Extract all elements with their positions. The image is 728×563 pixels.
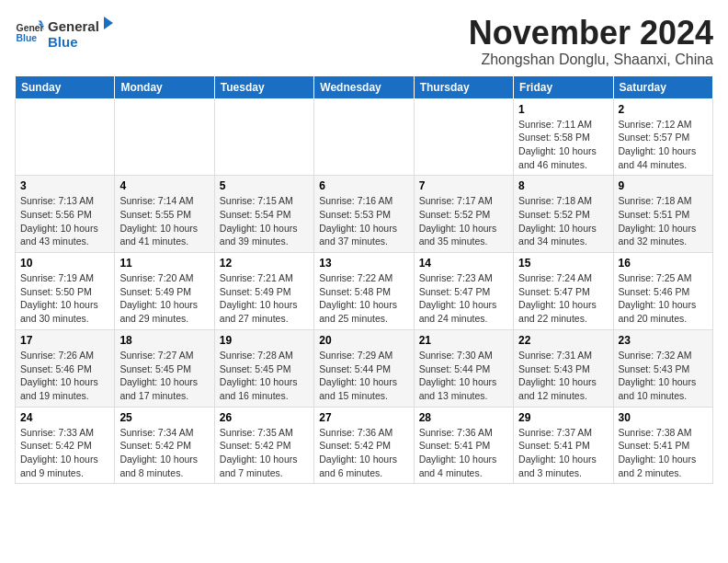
day-info: Sunrise: 7:36 AM Sunset: 5:41 PM Dayligh… xyxy=(419,426,508,480)
weekday-header-tuesday: Tuesday xyxy=(214,75,313,98)
logo: General Blue General Blue xyxy=(15,15,118,50)
calendar-cell: 10Sunrise: 7:19 AM Sunset: 5:50 PM Dayli… xyxy=(16,253,115,330)
calendar-table: SundayMondayTuesdayWednesdayThursdayFrid… xyxy=(15,75,713,485)
day-number: 18 xyxy=(119,334,209,347)
calendar-cell xyxy=(314,98,414,176)
calendar-cell: 13Sunrise: 7:22 AM Sunset: 5:48 PM Dayli… xyxy=(314,253,414,330)
day-number: 8 xyxy=(518,179,608,192)
day-number: 7 xyxy=(419,179,508,192)
weekday-header-saturday: Saturday xyxy=(613,75,712,98)
calendar-cell: 9Sunrise: 7:18 AM Sunset: 5:51 PM Daylig… xyxy=(613,176,712,253)
calendar-cell xyxy=(16,98,115,176)
calendar-cell: 12Sunrise: 7:21 AM Sunset: 5:49 PM Dayli… xyxy=(214,253,313,330)
calendar-week-1: 1Sunrise: 7:11 AM Sunset: 5:58 PM Daylig… xyxy=(16,98,713,176)
day-number: 17 xyxy=(20,334,109,347)
day-info: Sunrise: 7:15 AM Sunset: 5:54 PM Dayligh… xyxy=(220,194,309,248)
logo-icon: General Blue xyxy=(15,19,44,45)
calendar-cell: 22Sunrise: 7:31 AM Sunset: 5:43 PM Dayli… xyxy=(514,329,613,407)
day-info: Sunrise: 7:37 AM Sunset: 5:41 PM Dayligh… xyxy=(518,426,608,480)
day-number: 14 xyxy=(419,257,508,270)
day-info: Sunrise: 7:28 AM Sunset: 5:45 PM Dayligh… xyxy=(220,349,309,403)
day-info: Sunrise: 7:24 AM Sunset: 5:47 PM Dayligh… xyxy=(518,271,608,326)
calendar-cell: 29Sunrise: 7:37 AM Sunset: 5:41 PM Dayli… xyxy=(514,407,613,484)
calendar-cell xyxy=(414,98,513,176)
day-number: 29 xyxy=(518,411,608,424)
day-info: Sunrise: 7:16 AM Sunset: 5:53 PM Dayligh… xyxy=(319,194,408,248)
calendar-cell: 7Sunrise: 7:17 AM Sunset: 5:52 PM Daylig… xyxy=(414,176,513,253)
calendar-cell: 24Sunrise: 7:33 AM Sunset: 5:42 PM Dayli… xyxy=(16,407,115,484)
day-info: Sunrise: 7:11 AM Sunset: 5:58 PM Dayligh… xyxy=(518,118,608,172)
day-info: Sunrise: 7:38 AM Sunset: 5:41 PM Dayligh… xyxy=(619,426,708,480)
day-info: Sunrise: 7:31 AM Sunset: 5:43 PM Dayligh… xyxy=(518,349,608,403)
day-number: 22 xyxy=(518,334,608,347)
day-info: Sunrise: 7:18 AM Sunset: 5:51 PM Dayligh… xyxy=(619,194,708,248)
day-number: 27 xyxy=(319,411,408,424)
calendar-cell xyxy=(115,98,214,176)
calendar-cell: 26Sunrise: 7:35 AM Sunset: 5:42 PM Dayli… xyxy=(214,407,313,484)
day-number: 30 xyxy=(619,411,708,424)
day-number: 12 xyxy=(220,257,309,270)
calendar-cell: 2Sunrise: 7:12 AM Sunset: 5:57 PM Daylig… xyxy=(613,98,712,176)
calendar-cell: 17Sunrise: 7:26 AM Sunset: 5:46 PM Dayli… xyxy=(16,329,115,407)
calendar-cell: 23Sunrise: 7:32 AM Sunset: 5:43 PM Dayli… xyxy=(613,329,712,407)
day-info: Sunrise: 7:20 AM Sunset: 5:49 PM Dayligh… xyxy=(119,271,209,326)
calendar-cell: 19Sunrise: 7:28 AM Sunset: 5:45 PM Dayli… xyxy=(214,329,313,407)
weekday-header-sunday: Sunday xyxy=(16,75,115,98)
day-info: Sunrise: 7:22 AM Sunset: 5:48 PM Dayligh… xyxy=(319,271,408,326)
day-info: Sunrise: 7:12 AM Sunset: 5:57 PM Dayligh… xyxy=(619,118,708,172)
calendar-cell: 25Sunrise: 7:34 AM Sunset: 5:42 PM Dayli… xyxy=(115,407,214,484)
weekday-header-friday: Friday xyxy=(514,75,613,98)
logo-text-general: General xyxy=(48,18,99,34)
calendar-cell: 8Sunrise: 7:18 AM Sunset: 5:52 PM Daylig… xyxy=(514,176,613,253)
calendar-week-5: 24Sunrise: 7:33 AM Sunset: 5:42 PM Dayli… xyxy=(16,407,713,484)
day-number: 3 xyxy=(20,179,109,192)
weekday-header: SundayMondayTuesdayWednesdayThursdayFrid… xyxy=(16,75,713,98)
day-number: 11 xyxy=(119,257,209,270)
day-number: 6 xyxy=(319,179,408,192)
day-info: Sunrise: 7:32 AM Sunset: 5:43 PM Dayligh… xyxy=(619,349,708,403)
calendar-cell: 11Sunrise: 7:20 AM Sunset: 5:49 PM Dayli… xyxy=(115,253,214,330)
day-number: 16 xyxy=(619,257,708,270)
day-info: Sunrise: 7:13 AM Sunset: 5:56 PM Dayligh… xyxy=(20,194,109,248)
day-number: 19 xyxy=(220,334,309,347)
day-number: 20 xyxy=(319,334,408,347)
day-info: Sunrise: 7:33 AM Sunset: 5:42 PM Dayligh… xyxy=(20,426,109,480)
calendar-cell: 6Sunrise: 7:16 AM Sunset: 5:53 PM Daylig… xyxy=(314,176,414,253)
day-info: Sunrise: 7:34 AM Sunset: 5:42 PM Dayligh… xyxy=(119,426,209,480)
day-info: Sunrise: 7:29 AM Sunset: 5:44 PM Dayligh… xyxy=(319,349,408,403)
day-number: 23 xyxy=(619,334,708,347)
calendar-cell: 20Sunrise: 7:29 AM Sunset: 5:44 PM Dayli… xyxy=(314,329,414,407)
day-info: Sunrise: 7:35 AM Sunset: 5:42 PM Dayligh… xyxy=(220,426,309,480)
calendar-week-2: 3Sunrise: 7:13 AM Sunset: 5:56 PM Daylig… xyxy=(16,176,713,253)
logo-text-blue: Blue xyxy=(48,34,118,50)
day-info: Sunrise: 7:27 AM Sunset: 5:45 PM Dayligh… xyxy=(119,349,209,403)
day-number: 4 xyxy=(119,179,209,192)
calendar-cell: 28Sunrise: 7:36 AM Sunset: 5:41 PM Dayli… xyxy=(414,407,513,484)
day-number: 28 xyxy=(419,411,508,424)
day-number: 15 xyxy=(518,257,608,270)
weekday-header-thursday: Thursday xyxy=(414,75,513,98)
day-info: Sunrise: 7:21 AM Sunset: 5:49 PM Dayligh… xyxy=(220,271,309,326)
calendar-week-3: 10Sunrise: 7:19 AM Sunset: 5:50 PM Dayli… xyxy=(16,253,713,330)
calendar-cell: 16Sunrise: 7:25 AM Sunset: 5:46 PM Dayli… xyxy=(613,253,712,330)
day-number: 21 xyxy=(419,334,508,347)
calendar-cell xyxy=(214,98,313,176)
day-number: 2 xyxy=(619,103,708,116)
calendar-cell: 21Sunrise: 7:30 AM Sunset: 5:44 PM Dayli… xyxy=(414,329,513,407)
day-info: Sunrise: 7:18 AM Sunset: 5:52 PM Dayligh… xyxy=(518,194,608,248)
day-number: 25 xyxy=(119,411,209,424)
location-title: Zhongshan Donglu, Shaanxi, China xyxy=(469,52,713,68)
day-number: 1 xyxy=(518,103,608,116)
month-title: November 2024 xyxy=(469,15,713,52)
day-number: 10 xyxy=(20,257,109,270)
calendar-cell: 5Sunrise: 7:15 AM Sunset: 5:54 PM Daylig… xyxy=(214,176,313,253)
day-info: Sunrise: 7:14 AM Sunset: 5:55 PM Dayligh… xyxy=(119,194,209,248)
header: General Blue General Blue November 2024 … xyxy=(15,15,713,68)
calendar-cell: 14Sunrise: 7:23 AM Sunset: 5:47 PM Dayli… xyxy=(414,253,513,330)
day-info: Sunrise: 7:19 AM Sunset: 5:50 PM Dayligh… xyxy=(20,271,109,326)
day-number: 5 xyxy=(220,179,309,192)
day-info: Sunrise: 7:30 AM Sunset: 5:44 PM Dayligh… xyxy=(419,349,508,403)
day-info: Sunrise: 7:36 AM Sunset: 5:42 PM Dayligh… xyxy=(319,426,408,480)
weekday-header-wednesday: Wednesday xyxy=(314,75,414,98)
calendar-cell: 27Sunrise: 7:36 AM Sunset: 5:42 PM Dayli… xyxy=(314,407,414,484)
